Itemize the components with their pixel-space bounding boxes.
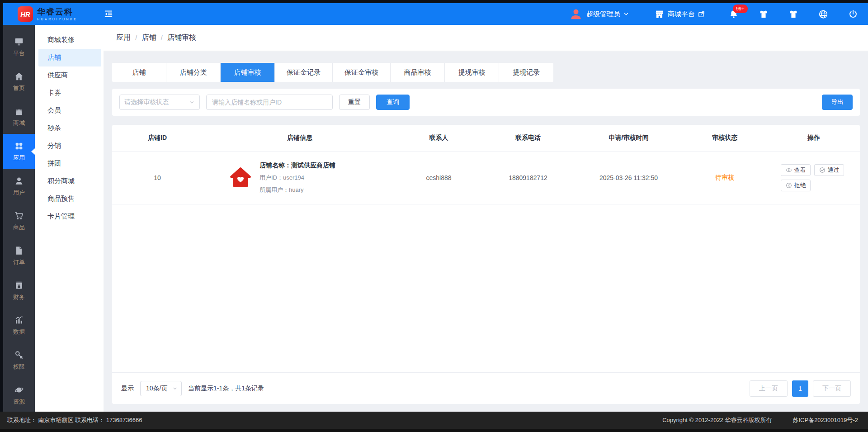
col-actions: 操作 <box>768 134 860 142</box>
audit-status-select[interactable]: 请选择审核状态 <box>119 95 200 110</box>
table-row: 10 店铺名称：测试供应商店铺 用户ID：user194 <box>112 151 860 204</box>
notifications-bell-icon[interactable]: 99+ <box>729 9 739 19</box>
sidebar-label: 商品 <box>13 223 25 232</box>
breadcrumb-item[interactable]: 应用 <box>116 33 131 43</box>
avatar-icon <box>569 7 583 21</box>
sidebar-item-data[interactable]: 数据 <box>3 308 35 343</box>
footer-copyright: Copyright © 2012-2022 华睿云科版权所有 <box>662 416 772 424</box>
logout-power-icon[interactable] <box>848 9 858 19</box>
footer-contact: 联系地址： 南京市栖霞区 联系电话： 17368736666 <box>7 416 662 424</box>
admin-account-menu[interactable]: 超级管理员 <box>569 7 629 21</box>
sidebar-item-apps[interactable]: 应用 <box>3 134 35 169</box>
tab-shop-audit[interactable]: 店铺审核 <box>221 63 275 82</box>
submenu-item-seckill[interactable]: 秒杀 <box>35 119 101 137</box>
submenu-item-points-mall[interactable]: 积分商城 <box>35 172 101 190</box>
submenu-item-groupbuy[interactable]: 拼团 <box>35 155 101 172</box>
page-size-select[interactable]: 10条/页 <box>140 381 182 396</box>
eye-icon <box>786 167 792 173</box>
breadcrumb-item-current: 店铺审核 <box>167 33 196 43</box>
tab-deposit-records[interactable]: 保证金记录 <box>275 63 333 82</box>
sidebar-item-home[interactable]: 首页 <box>3 64 35 99</box>
breadcrumb-separator: / <box>135 34 137 42</box>
table-header-row: 店铺ID 店铺信息 联系人 联系电话 申请/审核时间 审核状态 操作 <box>112 125 860 151</box>
submenu-item-supplier[interactable]: 供应商 <box>35 66 101 84</box>
view-button[interactable]: 查看 <box>781 164 811 176</box>
theme-tshirt-icon[interactable] <box>759 9 769 19</box>
query-button[interactable]: 查询 <box>376 95 410 110</box>
sidebar-label: 资源 <box>13 398 25 406</box>
shop-house-icon <box>229 166 252 190</box>
brand-logo: HR 华睿云科 HUARUIYUNKE <box>18 6 98 22</box>
sidebar-label: 商城 <box>13 119 25 127</box>
secondary-sidebar: 商城装修 店铺 供应商 卡券 会员 秒杀 分销 拼团 积分商城 商品预售 卡片管… <box>35 25 104 412</box>
breadcrumb-separator: / <box>160 34 162 42</box>
tab-withdraw-records[interactable]: 提现记录 <box>499 63 553 82</box>
show-label: 显示 <box>121 385 134 393</box>
shop-owner-line: 所属用户：huary <box>259 186 335 194</box>
language-globe-icon[interactable] <box>818 9 828 19</box>
audit-status-placeholder: 请选择审核状态 <box>124 98 189 106</box>
footer-bar: 联系地址： 南京市栖霞区 联系电话： 17368736666 Copyright… <box>0 412 868 429</box>
sidebar-item-orders[interactable]: 订单 <box>3 238 35 273</box>
apply-time-value: 2025-03-26 11:32:50 <box>576 174 682 181</box>
platform-link[interactable]: 商城平台 <box>655 9 705 19</box>
skin-tshirt-icon[interactable] <box>788 9 798 19</box>
col-apply-time: 申请/审核时间 <box>576 134 682 142</box>
shop-id-value: 10 <box>112 174 203 181</box>
col-shop-info: 店铺信息 <box>203 134 397 142</box>
chevron-down-icon <box>623 11 629 17</box>
sidebar-label: 应用 <box>13 154 25 162</box>
main-sidebar: 平台 首页 商城 应用 用户 商品 <box>3 25 35 412</box>
reset-button[interactable]: 重置 <box>339 95 370 110</box>
x-circle-icon <box>786 182 792 189</box>
storefront-icon <box>655 9 664 19</box>
view-button-label: 查看 <box>794 166 806 174</box>
notification-count-badge: 99+ <box>733 5 748 13</box>
submenu-item-shop[interactable]: 店铺 <box>38 49 101 66</box>
sidebar-item-permissions[interactable]: 权限 <box>3 343 35 378</box>
submenu-item-mall-decorate[interactable]: 商城装修 <box>35 31 101 49</box>
reject-button[interactable]: 拒绝 <box>781 180 811 191</box>
tab-shop-category[interactable]: 店铺分类 <box>166 63 221 82</box>
sidebar-item-resources[interactable]: 资源 <box>3 378 35 412</box>
tab-deposit-audit[interactable]: 保证金审核 <box>333 63 391 82</box>
tab-withdraw-audit[interactable]: 提现审核 <box>445 63 499 82</box>
breadcrumb: 应用 / 店铺 / 店铺审核 <box>104 25 868 51</box>
brand-subtitle: HUARUIYUNKE <box>37 18 77 21</box>
admin-name-label: 超级管理员 <box>586 10 620 19</box>
shop-name-line: 店铺名称：测试供应商店铺 <box>259 161 335 170</box>
sidebar-label: 财务 <box>13 293 25 301</box>
sidebar-item-platform[interactable]: 平台 <box>3 29 35 64</box>
chevron-down-icon <box>172 386 178 391</box>
shop-search-input[interactable] <box>206 95 333 110</box>
breadcrumb-item[interactable]: 店铺 <box>142 33 156 43</box>
sidebar-label: 平台 <box>13 49 25 57</box>
audit-table: 店铺ID 店铺信息 联系人 联系电话 申请/审核时间 审核状态 操作 10 <box>112 125 860 404</box>
sidebar-item-finance[interactable]: 财务 <box>3 273 35 308</box>
pagination-bar: 显示 10条/页 当前显示1-1条，共1条记录 上一页 1 下一页 <box>112 372 860 404</box>
submenu-item-coupon[interactable]: 卡券 <box>35 84 101 102</box>
platform-name-label: 商城平台 <box>668 10 695 19</box>
sidebar-item-goods[interactable]: 商品 <box>3 204 35 238</box>
tab-shop[interactable]: 店铺 <box>112 63 166 82</box>
next-page-button[interactable]: 下一页 <box>813 380 851 397</box>
logo-hr-icon: HR <box>18 6 33 22</box>
current-page-button[interactable]: 1 <box>792 380 808 397</box>
submenu-item-card-manage[interactable]: 卡片管理 <box>35 208 101 225</box>
submenu-item-presale[interactable]: 商品预售 <box>35 190 101 208</box>
prev-page-button[interactable]: 上一页 <box>750 380 788 397</box>
contact-value: ceshi888 <box>397 174 481 181</box>
window-bottom-edge <box>0 429 868 432</box>
export-button[interactable]: 导出 <box>822 95 853 110</box>
brand-name: 华睿云科 <box>37 8 77 16</box>
tab-goods-audit[interactable]: 商品审核 <box>391 63 445 82</box>
approve-button[interactable]: 通过 <box>814 164 844 176</box>
menu-fold-icon[interactable] <box>104 9 113 19</box>
sidebar-item-mall[interactable]: 商城 <box>3 99 35 134</box>
submenu-item-member[interactable]: 会员 <box>35 102 101 119</box>
approve-button-label: 通过 <box>828 166 840 174</box>
sidebar-label: 权限 <box>13 363 25 371</box>
sidebar-item-users[interactable]: 用户 <box>3 169 35 204</box>
col-audit-status: 审核状态 <box>682 134 768 142</box>
submenu-item-distribution[interactable]: 分销 <box>35 137 101 155</box>
